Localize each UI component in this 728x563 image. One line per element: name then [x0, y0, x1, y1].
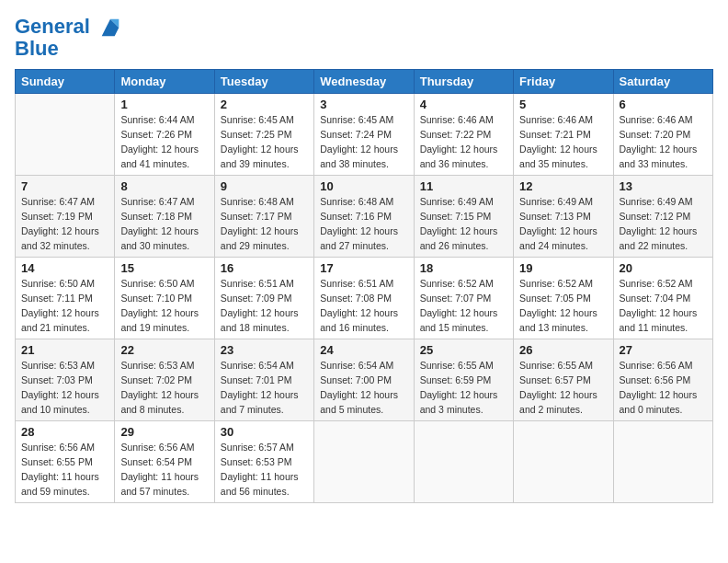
day-info: Sunrise: 6:45 AM Sunset: 7:25 PM Dayligh… — [221, 113, 308, 171]
day-info: Sunrise: 6:54 AM Sunset: 7:01 PM Dayligh… — [221, 359, 308, 417]
day-cell: 29Sunrise: 6:56 AM Sunset: 6:54 PM Dayli… — [115, 421, 214, 503]
day-cell: 23Sunrise: 6:54 AM Sunset: 7:01 PM Dayli… — [214, 339, 313, 421]
day-number: 12 — [519, 179, 607, 193]
day-cell: 27Sunrise: 6:56 AM Sunset: 6:56 PM Dayli… — [613, 339, 712, 421]
day-info: Sunrise: 6:53 AM Sunset: 7:02 PM Dayligh… — [120, 359, 208, 417]
day-info: Sunrise: 6:56 AM Sunset: 6:56 PM Dayligh… — [620, 359, 707, 417]
day-cell: 1Sunrise: 6:44 AM Sunset: 7:26 PM Daylig… — [115, 94, 214, 176]
day-cell: 19Sunrise: 6:52 AM Sunset: 7:05 PM Dayli… — [514, 258, 613, 339]
day-number: 1 — [120, 98, 208, 111]
day-info: Sunrise: 6:46 AM Sunset: 7:20 PM Dayligh… — [620, 113, 707, 171]
header-cell-saturday: Saturday — [613, 70, 712, 94]
day-info: Sunrise: 6:49 AM Sunset: 7:13 PM Dayligh… — [519, 195, 607, 253]
header-cell-monday: Monday — [115, 70, 214, 94]
day-info: Sunrise: 6:53 AM Sunset: 7:03 PM Dayligh… — [21, 359, 108, 417]
day-cell: 28Sunrise: 6:56 AM Sunset: 6:55 PM Dayli… — [16, 421, 115, 503]
day-cell: 30Sunrise: 6:57 AM Sunset: 6:53 PM Dayli… — [214, 421, 313, 503]
day-number: 14 — [21, 261, 108, 275]
day-info: Sunrise: 6:51 AM Sunset: 7:09 PM Dayligh… — [221, 277, 308, 335]
day-info: Sunrise: 6:52 AM Sunset: 7:04 PM Dayligh… — [620, 277, 707, 335]
day-number: 2 — [221, 98, 308, 111]
header-cell-thursday: Thursday — [414, 70, 513, 94]
day-number: 20 — [620, 261, 707, 275]
day-cell: 24Sunrise: 6:54 AM Sunset: 7:00 PM Dayli… — [314, 339, 414, 421]
calendar-header-row: SundayMondayTuesdayWednesdayThursdayFrid… — [16, 70, 713, 94]
day-number: 7 — [21, 179, 108, 193]
day-cell: 4Sunrise: 6:46 AM Sunset: 7:22 PM Daylig… — [414, 94, 513, 176]
day-number: 5 — [519, 98, 607, 111]
day-cell: 17Sunrise: 6:51 AM Sunset: 7:08 PM Dayli… — [314, 258, 414, 339]
main-container: General Blue SundayMondayTuesdayWednesda… — [0, 0, 728, 512]
day-cell: 20Sunrise: 6:52 AM Sunset: 7:04 PM Dayli… — [613, 258, 712, 339]
day-cell: 25Sunrise: 6:55 AM Sunset: 6:59 PM Dayli… — [414, 339, 513, 421]
day-number: 13 — [620, 179, 707, 193]
week-row-2: 7Sunrise: 6:47 AM Sunset: 7:19 PM Daylig… — [16, 176, 713, 258]
day-info: Sunrise: 6:56 AM Sunset: 6:54 PM Dayligh… — [120, 441, 208, 499]
day-number: 27 — [620, 343, 707, 357]
day-number: 15 — [120, 261, 208, 275]
week-row-3: 14Sunrise: 6:50 AM Sunset: 7:11 PM Dayli… — [16, 258, 713, 339]
day-info: Sunrise: 6:49 AM Sunset: 7:15 PM Dayligh… — [420, 195, 507, 253]
day-number: 10 — [320, 179, 407, 193]
day-info: Sunrise: 6:46 AM Sunset: 7:21 PM Dayligh… — [519, 113, 607, 171]
day-info: Sunrise: 6:55 AM Sunset: 6:57 PM Dayligh… — [519, 359, 607, 417]
day-info: Sunrise: 6:45 AM Sunset: 7:24 PM Dayligh… — [320, 113, 407, 171]
day-info: Sunrise: 6:46 AM Sunset: 7:22 PM Dayligh… — [420, 113, 507, 171]
day-number: 22 — [120, 343, 208, 357]
day-number: 19 — [519, 261, 607, 275]
day-info: Sunrise: 6:48 AM Sunset: 7:17 PM Dayligh… — [221, 195, 308, 253]
day-cell: 9Sunrise: 6:48 AM Sunset: 7:17 PM Daylig… — [214, 176, 313, 258]
header-cell-friday: Friday — [514, 70, 613, 94]
day-info: Sunrise: 6:54 AM Sunset: 7:00 PM Dayligh… — [320, 359, 407, 417]
day-number: 11 — [420, 179, 507, 193]
day-cell: 7Sunrise: 6:47 AM Sunset: 7:19 PM Daylig… — [16, 176, 115, 258]
day-info: Sunrise: 6:50 AM Sunset: 7:11 PM Dayligh… — [21, 277, 108, 335]
day-info: Sunrise: 6:52 AM Sunset: 7:07 PM Dayligh… — [420, 277, 507, 335]
day-info: Sunrise: 6:47 AM Sunset: 7:18 PM Dayligh… — [120, 195, 208, 253]
day-info: Sunrise: 6:52 AM Sunset: 7:05 PM Dayligh… — [519, 277, 607, 335]
day-info: Sunrise: 6:47 AM Sunset: 7:19 PM Dayligh… — [21, 195, 108, 253]
day-number: 30 — [221, 425, 308, 439]
day-cell: 2Sunrise: 6:45 AM Sunset: 7:25 PM Daylig… — [214, 94, 313, 176]
day-cell: 5Sunrise: 6:46 AM Sunset: 7:21 PM Daylig… — [514, 94, 613, 176]
day-number: 21 — [21, 343, 108, 357]
logo-general: General — [15, 15, 90, 38]
day-number: 29 — [120, 425, 208, 439]
day-number: 24 — [320, 343, 407, 357]
day-info: Sunrise: 6:51 AM Sunset: 7:08 PM Dayligh… — [320, 277, 407, 335]
day-cell — [414, 421, 513, 503]
day-info: Sunrise: 6:49 AM Sunset: 7:12 PM Dayligh… — [620, 195, 707, 253]
week-row-4: 21Sunrise: 6:53 AM Sunset: 7:03 PM Dayli… — [16, 339, 713, 421]
day-info: Sunrise: 6:48 AM Sunset: 7:16 PM Dayligh… — [320, 195, 407, 253]
day-cell: 12Sunrise: 6:49 AM Sunset: 7:13 PM Dayli… — [514, 176, 613, 258]
day-cell: 26Sunrise: 6:55 AM Sunset: 6:57 PM Dayli… — [514, 339, 613, 421]
day-cell: 21Sunrise: 6:53 AM Sunset: 7:03 PM Dayli… — [16, 339, 115, 421]
day-cell: 16Sunrise: 6:51 AM Sunset: 7:09 PM Dayli… — [214, 258, 313, 339]
header-cell-wednesday: Wednesday — [314, 70, 414, 94]
day-info: Sunrise: 6:44 AM Sunset: 7:26 PM Dayligh… — [120, 113, 208, 171]
day-number: 8 — [120, 179, 208, 193]
day-cell: 10Sunrise: 6:48 AM Sunset: 7:16 PM Dayli… — [314, 176, 414, 258]
day-info: Sunrise: 6:50 AM Sunset: 7:10 PM Dayligh… — [120, 277, 208, 335]
day-number: 28 — [21, 425, 108, 439]
header-cell-sunday: Sunday — [16, 70, 115, 94]
day-cell — [514, 421, 613, 503]
day-cell: 22Sunrise: 6:53 AM Sunset: 7:02 PM Dayli… — [115, 339, 214, 421]
day-cell: 8Sunrise: 6:47 AM Sunset: 7:18 PM Daylig… — [115, 176, 214, 258]
week-row-5: 28Sunrise: 6:56 AM Sunset: 6:55 PM Dayli… — [16, 421, 713, 503]
day-number: 23 — [221, 343, 308, 357]
day-cell: 6Sunrise: 6:46 AM Sunset: 7:20 PM Daylig… — [613, 94, 712, 176]
day-info: Sunrise: 6:55 AM Sunset: 6:59 PM Dayligh… — [420, 359, 507, 417]
day-cell: 15Sunrise: 6:50 AM Sunset: 7:10 PM Dayli… — [115, 258, 214, 339]
week-row-1: 1Sunrise: 6:44 AM Sunset: 7:26 PM Daylig… — [16, 94, 713, 176]
day-number: 25 — [420, 343, 507, 357]
day-cell: 18Sunrise: 6:52 AM Sunset: 7:07 PM Dayli… — [414, 258, 513, 339]
day-number: 3 — [320, 98, 407, 111]
calendar-table: SundayMondayTuesdayWednesdayThursdayFrid… — [15, 69, 713, 503]
header-cell-tuesday: Tuesday — [214, 70, 313, 94]
day-cell: 3Sunrise: 6:45 AM Sunset: 7:24 PM Daylig… — [314, 94, 414, 176]
day-number: 9 — [221, 179, 308, 193]
day-cell: 13Sunrise: 6:49 AM Sunset: 7:12 PM Dayli… — [613, 176, 712, 258]
day-number: 16 — [221, 261, 308, 275]
day-number: 26 — [519, 343, 607, 357]
